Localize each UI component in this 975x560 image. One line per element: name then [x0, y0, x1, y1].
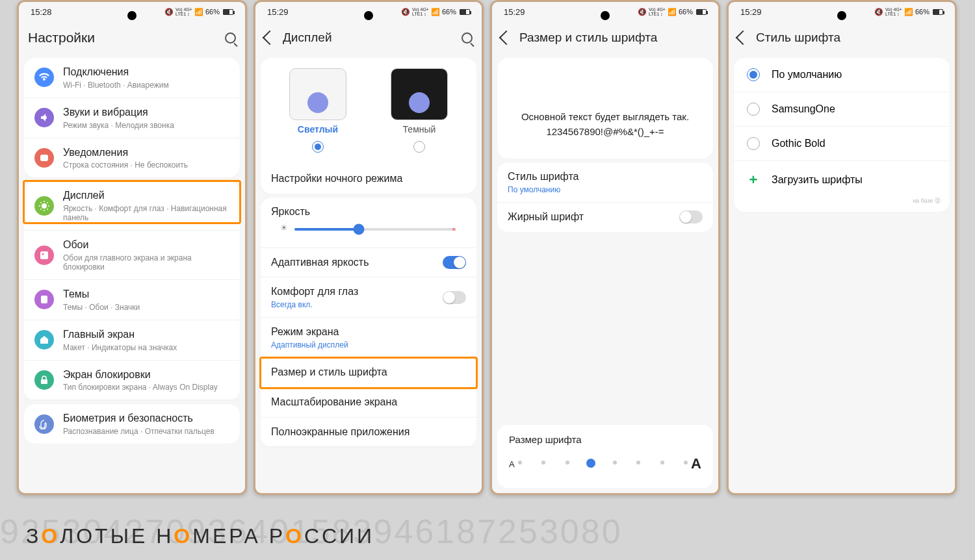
svg-rect-4 [41, 296, 47, 303]
settings-row[interactable]: ДисплейЯркость · Комфорт для глаз · Нави… [24, 181, 240, 231]
home-icon [34, 330, 54, 350]
font-row[interactable]: Стиль шрифтаПо умолчанию [497, 162, 713, 203]
font-size-slider[interactable]: Размер шрифта A A [497, 425, 713, 488]
theme-light[interactable]: Светлый [274, 68, 362, 159]
site-logo: ЗОЛОТЫЕ НОМЕРА РОССИИ [26, 524, 374, 548]
clock: 15:29 [504, 7, 525, 17]
page-title: Настройки [28, 30, 217, 45]
search-icon[interactable] [225, 32, 236, 44]
back-icon[interactable] [736, 31, 751, 45]
clock: 15:28 [31, 7, 52, 17]
powered-by: на базе ⓖ [913, 197, 941, 205]
radio-icon [747, 103, 760, 116]
sample-text: Основной текст будет выглядеть так. 1234… [497, 58, 713, 159]
settings-row[interactable]: ПодключенияWi-Fi · Bluetooth · Авиарежим [24, 58, 240, 98]
status-icons: 🔇 Vo) 4G+ LTE1 ↕ 📶 66% [401, 7, 470, 16]
small-a: A [509, 459, 515, 469]
bio-icon [34, 414, 54, 434]
svg-point-1 [42, 203, 47, 209]
back-icon[interactable] [263, 31, 278, 45]
status-icons: 🔇 Vo) 4G+ LTE1 ↕ 📶 66% [874, 7, 943, 16]
download-fonts[interactable]: +Загрузить шрифты [734, 161, 950, 199]
phone-display: 15:29 🔇 Vo) 4G+ LTE1 ↕ 📶 66% Дисплей Све… [254, 0, 484, 495]
page-title: Дисплей [283, 31, 454, 45]
brightness-row[interactable]: Яркость [261, 197, 476, 248]
settings-row[interactable]: УведомленияСтрока состояния · Не беспоко… [24, 138, 240, 178]
svg-rect-5 [41, 379, 47, 384]
status-bar: 15:29 🔇 Vo) 4G+ LTE1 ↕ 📶 66% [729, 2, 955, 21]
font-row[interactable]: Жирный шрифт [497, 203, 713, 232]
display-row[interactable]: Адаптивная яркость [261, 248, 476, 278]
settings-row[interactable]: Биометрия и безопасностьРаспознавание ли… [24, 404, 240, 444]
settings-row[interactable]: Звуки и вибрацияРежим звука · Мелодия зв… [24, 98, 240, 138]
status-icons: 🔇 Vo) 4G+ LTE1 ↕ 📶 66% [638, 7, 707, 16]
clock: 15:29 [267, 7, 289, 17]
svg-rect-2 [40, 251, 48, 259]
display-row[interactable]: Комфорт для глазВсегда вкл. [261, 277, 476, 318]
header: Дисплей [255, 21, 482, 54]
phone-font-style: 15:29 🔇 Vo) 4G+ LTE1 ↕ 📶 66% Стиль шрифт… [727, 0, 957, 495]
clock: 15:29 [740, 7, 762, 17]
font-radio[interactable]: По умолчанию [734, 58, 950, 92]
theme-picker: Светлый Темный [261, 58, 476, 164]
notif-icon [34, 148, 54, 168]
theme-dark[interactable]: Темный [375, 68, 463, 159]
display-row[interactable]: Полноэкранные приложения [261, 418, 476, 448]
wifi-icon [34, 68, 54, 87]
phone-settings: 15:28 🔇 Vo) 4G+ LTE1 ↕ 📶 66% Настройки П… [17, 0, 247, 495]
theme-icon [34, 290, 54, 309]
svg-rect-0 [40, 155, 48, 161]
display-row[interactable]: Размер и стиль шрифта [261, 358, 476, 388]
page-title: Размер и стиль шрифта [519, 31, 709, 45]
header: Стиль шрифта [729, 21, 955, 54]
toggle[interactable] [443, 291, 466, 304]
back-icon[interactable] [499, 31, 514, 45]
font-radio[interactable]: Gothic Bold [734, 127, 950, 161]
display-row[interactable]: Масштабирование экрана [261, 388, 476, 418]
lock-icon [34, 370, 54, 390]
page-title: Стиль шрифта [756, 31, 946, 45]
header: Настройки [19, 21, 245, 54]
phone-font-size: 15:29 🔇 Vo) 4G+ LTE1 ↕ 📶 66% Размер и ст… [490, 0, 720, 495]
settings-row[interactable]: ОбоиОбои для главного экрана и экрана бл… [24, 231, 240, 280]
toggle[interactable] [679, 210, 703, 223]
header: Размер и стиль шрифта [492, 21, 718, 54]
plus-icon: + [747, 172, 760, 188]
status-bar: 15:28 🔇 Vo) 4G+ LTE1 ↕ 📶 66% [19, 2, 245, 21]
toggle[interactable] [443, 256, 466, 269]
status-bar: 15:29 🔇 Vo) 4G+ LTE1 ↕ 📶 66% [492, 2, 718, 21]
settings-row[interactable]: Экран блокировкиТип блокировки экрана · … [24, 361, 240, 401]
night-mode-row[interactable]: Настройки ночного режима [261, 164, 476, 194]
font-radio[interactable]: SamsungOne [734, 92, 950, 127]
status-icons: 🔇 Vo) 4G+ LTE1 ↕ 📶 66% [164, 7, 233, 16]
radio-icon [747, 137, 760, 150]
svg-point-3 [42, 253, 44, 255]
big-a: A [691, 455, 701, 472]
status-bar: 15:29 🔇 Vo) 4G+ LTE1 ↕ 📶 66% [255, 2, 482, 21]
radio-icon [747, 68, 760, 81]
display-row[interactable]: Режим экранаАдаптивный дисплей [261, 318, 476, 358]
settings-row[interactable]: ТемыТемы · Обои · Значки [24, 280, 240, 320]
wall-icon [34, 246, 54, 265]
sound-icon [34, 108, 54, 127]
search-icon[interactable] [462, 32, 473, 44]
display-icon [34, 196, 54, 216]
settings-row[interactable]: Главный экранМакет · Индикаторы на значк… [24, 320, 240, 361]
